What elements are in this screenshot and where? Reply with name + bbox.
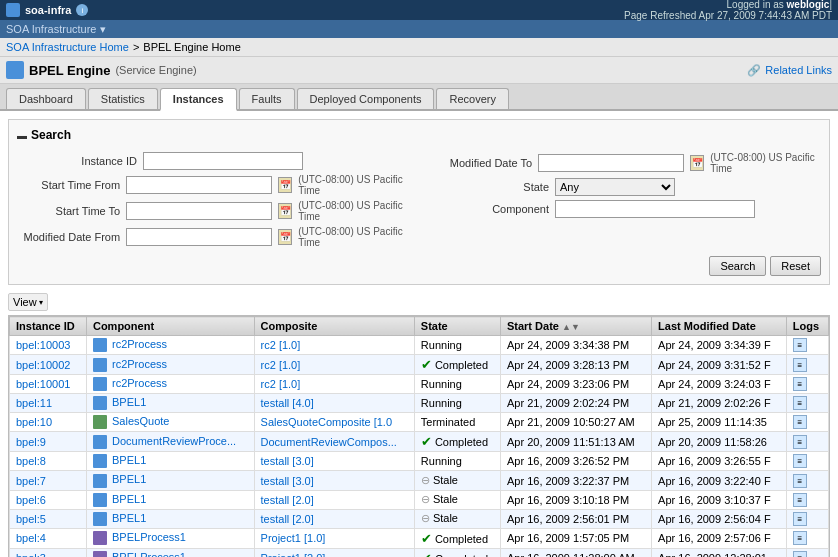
log-icon[interactable]: ≡ (793, 435, 807, 449)
start-time-to-cal-icon[interactable]: 📅 (278, 203, 292, 219)
composite-link[interactable]: Project1 [1.0] (261, 532, 326, 544)
composite-link[interactable]: SalesQuoteComposite [1.0 (261, 416, 392, 428)
component-link[interactable]: BPELProcess1 (112, 551, 186, 557)
component-link[interactable]: rc2Process (112, 358, 167, 370)
component-link[interactable]: BPEL1 (112, 473, 146, 485)
col-component[interactable]: Component (86, 317, 254, 336)
log-icon[interactable]: ≡ (793, 358, 807, 372)
log-icon[interactable]: ≡ (793, 551, 807, 557)
col-last-modified[interactable]: Last Modified Date (652, 317, 787, 336)
component-link[interactable]: BPEL1 (112, 396, 146, 408)
col-start-date[interactable]: Start Date ▲▼ (500, 317, 651, 336)
log-icon[interactable]: ≡ (793, 493, 807, 507)
modified-date-to-cal-icon[interactable]: 📅 (690, 155, 704, 171)
modified-date-from-cal-icon[interactable]: 📅 (278, 229, 292, 245)
reset-button[interactable]: Reset (770, 256, 821, 276)
table-row[interactable]: bpel:7 BPEL1 testall [3.0] ⊖ Stale Apr 1… (10, 471, 829, 490)
instance-id-link[interactable]: bpel:8 (16, 455, 46, 467)
component-link[interactable]: rc2Process (112, 377, 167, 389)
table-row[interactable]: bpel:10 SalesQuote SalesQuoteComposite [… (10, 413, 829, 432)
related-links-button[interactable]: 🔗 Related Links (747, 64, 832, 77)
table-row[interactable]: bpel:4 BPELProcess1 Project1 [1.0] ✔ Com… (10, 528, 829, 548)
instance-id-input[interactable] (143, 152, 303, 170)
search-button[interactable]: Search (709, 256, 766, 276)
log-icon[interactable]: ≡ (793, 396, 807, 410)
view-dropdown[interactable]: View ▾ (8, 293, 48, 311)
table-row[interactable]: bpel:5 BPEL1 testall [2.0] ⊖ Stale Apr 1… (10, 509, 829, 528)
table-row[interactable]: bpel:10001 rc2Process rc2 [1.0] Running … (10, 375, 829, 394)
component-link[interactable]: rc2Process (112, 338, 167, 350)
table-row[interactable]: bpel:10003 rc2Process rc2 [1.0] Running … (10, 336, 829, 355)
component-link[interactable]: BPEL1 (112, 454, 146, 466)
table-row[interactable]: bpel:11 BPEL1 testall [4.0] Running Apr … (10, 394, 829, 413)
log-icon[interactable]: ≡ (793, 454, 807, 468)
component-link[interactable]: BPEL1 (112, 512, 146, 524)
composite-link[interactable]: rc2 [1.0] (261, 339, 301, 351)
instance-id-link[interactable]: bpel:10002 (16, 359, 70, 371)
state-select[interactable]: Any Running Completed Terminated Stale (555, 178, 675, 196)
col-instance-id[interactable]: Instance ID (10, 317, 87, 336)
cell-state: ✔ Completed (414, 528, 500, 548)
composite-link[interactable]: testall [2.0] (261, 494, 314, 506)
tab-recovery[interactable]: Recovery (436, 88, 508, 109)
log-icon[interactable]: ≡ (793, 474, 807, 488)
instance-id-link[interactable]: bpel:9 (16, 436, 46, 448)
log-icon[interactable]: ≡ (793, 415, 807, 429)
composite-link[interactable]: rc2 [1.0] (261, 359, 301, 371)
instance-id-link[interactable]: bpel:3 (16, 552, 46, 557)
tab-dashboard[interactable]: Dashboard (6, 88, 86, 109)
tab-statistics[interactable]: Statistics (88, 88, 158, 109)
log-icon[interactable]: ≡ (793, 377, 807, 391)
start-time-to-input[interactable] (126, 202, 272, 220)
table-row[interactable]: bpel:3 BPELProcess1 Project1 [2.0] ✔ Com… (10, 548, 829, 557)
composite-link[interactable]: testall [2.0] (261, 513, 314, 525)
col-composite[interactable]: Composite (254, 317, 414, 336)
composite-link[interactable]: testall [4.0] (261, 397, 314, 409)
composite-link[interactable]: DocumentReviewCompos... (261, 436, 397, 448)
log-icon[interactable]: ≡ (793, 338, 807, 352)
col-state[interactable]: State (414, 317, 500, 336)
start-time-from-cal-icon[interactable]: 📅 (278, 177, 292, 193)
modified-date-from-input[interactable] (126, 228, 272, 246)
composite-link[interactable]: testall [3.0] (261, 475, 314, 487)
search-header[interactable]: ▬ Search (17, 128, 821, 142)
instance-id-link[interactable]: bpel:7 (16, 475, 46, 487)
sub-header-label[interactable]: SOA Infrastructure ▾ (6, 23, 106, 36)
component-link[interactable]: DocumentReviewProce... (112, 435, 236, 447)
instance-id-link[interactable]: bpel:10003 (16, 339, 70, 351)
composite-link[interactable]: rc2 [1.0] (261, 378, 301, 390)
instance-id-link[interactable]: bpel:10 (16, 416, 52, 428)
tab-instances[interactable]: Instances (160, 88, 237, 111)
instance-id-link[interactable]: bpel:4 (16, 532, 46, 544)
breadcrumb-home[interactable]: SOA Infrastructure Home (6, 41, 129, 53)
component-link[interactable]: BPEL1 (112, 493, 146, 505)
log-icon[interactable]: ≡ (793, 531, 807, 545)
cell-logs: ≡ (786, 509, 828, 528)
component-link[interactable]: SalesQuote (112, 415, 169, 427)
table-row[interactable]: bpel:6 BPEL1 testall [2.0] ⊖ Stale Apr 1… (10, 490, 829, 509)
instance-id-link[interactable]: bpel:10001 (16, 378, 70, 390)
info-icon[interactable]: i (76, 4, 88, 16)
component-label: Component (429, 203, 549, 215)
table-row[interactable]: bpel:8 BPEL1 testall [3.0] Running Apr 1… (10, 452, 829, 471)
col-logs[interactable]: Logs (786, 317, 828, 336)
cell-start-date: Apr 21, 2009 10:50:27 AM (500, 413, 651, 432)
start-time-from-row: Start Time From 📅 (UTC-08:00) US Pacific… (17, 172, 409, 198)
instance-id-link[interactable]: bpel:5 (16, 513, 46, 525)
component-input[interactable] (555, 200, 755, 218)
table-row[interactable]: bpel:9 DocumentReviewProce... DocumentRe… (10, 432, 829, 452)
composite-link[interactable]: testall [3.0] (261, 455, 314, 467)
sub-header[interactable]: SOA Infrastructure ▾ (0, 20, 838, 38)
composite-link[interactable]: Project1 [2.0] (261, 552, 326, 557)
cell-instance-id: bpel:11 (10, 394, 87, 413)
instance-id-link[interactable]: bpel:6 (16, 494, 46, 506)
instance-id-link[interactable]: bpel:11 (16, 397, 52, 409)
cell-state: ✔ Completed (414, 548, 500, 557)
tab-deployed-components[interactable]: Deployed Components (297, 88, 435, 109)
table-row[interactable]: bpel:10002 rc2Process rc2 [1.0] ✔ Comple… (10, 355, 829, 375)
component-link[interactable]: BPELProcess1 (112, 531, 186, 543)
log-icon[interactable]: ≡ (793, 512, 807, 526)
start-time-from-input[interactable] (126, 176, 272, 194)
tab-faults[interactable]: Faults (239, 88, 295, 109)
modified-date-to-input[interactable] (538, 154, 684, 172)
